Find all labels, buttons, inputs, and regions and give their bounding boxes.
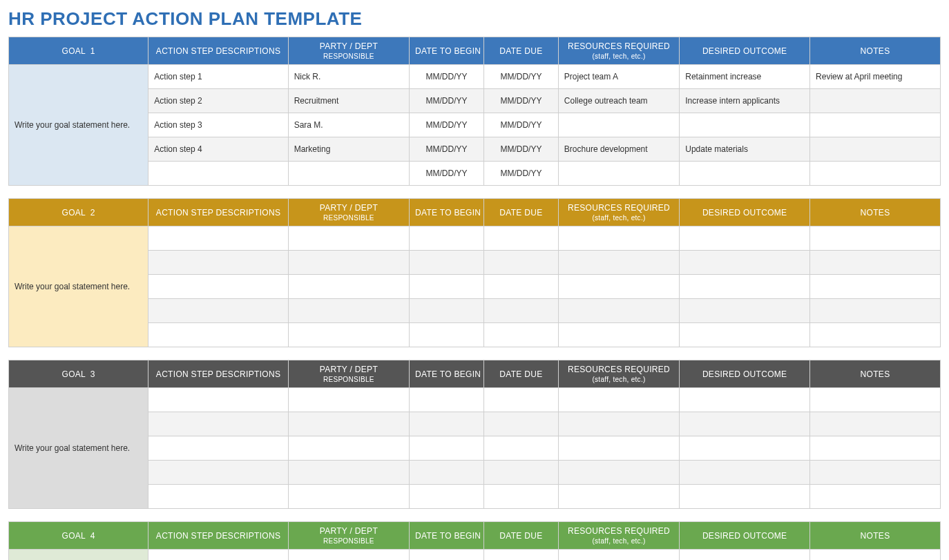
cell-party[interactable]: Recruitment [288,89,409,113]
cell-party[interactable] [288,162,409,186]
goal-statement-cell[interactable]: Write your goal statement here. [9,65,148,186]
cell-due[interactable] [483,550,558,561]
cell-begin[interactable]: MM/DD/YY [410,65,484,89]
cell-resources[interactable] [558,436,679,461]
cell-action[interactable] [148,436,288,461]
cell-due[interactable] [483,485,558,509]
cell-party[interactable] [288,461,409,485]
cell-party[interactable] [288,275,409,299]
cell-action[interactable] [148,251,288,275]
cell-resources[interactable] [558,162,679,186]
cell-resources[interactable] [558,550,679,561]
cell-outcome[interactable] [680,323,810,347]
cell-begin[interactable] [410,275,484,299]
cell-begin[interactable] [410,323,484,347]
cell-action[interactable] [148,461,288,485]
goal-statement-cell[interactable]: Write your goal statement here. [9,550,148,561]
cell-resources[interactable] [558,485,679,509]
cell-action[interactable] [148,388,288,412]
cell-due[interactable]: MM/DD/YY [483,162,558,186]
cell-begin[interactable] [410,436,484,461]
cell-due[interactable] [483,323,558,347]
cell-outcome[interactable] [680,412,810,436]
cell-notes[interactable] [810,461,941,485]
cell-begin[interactable] [410,485,484,509]
goal-statement-cell[interactable]: Write your goal statement here. [9,226,148,347]
cell-notes[interactable] [810,137,941,162]
cell-resources[interactable] [558,323,679,347]
cell-outcome[interactable] [680,485,810,509]
cell-due[interactable] [483,388,558,412]
cell-due[interactable]: MM/DD/YY [483,65,558,89]
cell-begin[interactable] [410,550,484,561]
cell-outcome[interactable] [680,299,810,323]
cell-action[interactable] [148,412,288,436]
cell-resources[interactable] [558,226,679,251]
cell-notes[interactable] [810,162,941,186]
cell-resources[interactable] [558,461,679,485]
cell-notes[interactable] [810,412,941,436]
cell-notes[interactable] [810,113,941,137]
cell-action[interactable] [148,550,288,561]
cell-notes[interactable] [810,275,941,299]
cell-resources[interactable] [558,412,679,436]
cell-notes[interactable] [810,89,941,113]
cell-due[interactable] [483,461,558,485]
cell-notes[interactable] [810,436,941,461]
cell-party[interactable] [288,412,409,436]
cell-resources[interactable]: College outreach team [558,89,679,113]
cell-party[interactable] [288,251,409,275]
cell-outcome[interactable] [680,226,810,251]
cell-begin[interactable]: MM/DD/YY [410,162,484,186]
cell-outcome[interactable] [680,275,810,299]
cell-party[interactable] [288,485,409,509]
cell-party[interactable] [288,550,409,561]
cell-due[interactable]: MM/DD/YY [483,89,558,113]
cell-begin[interactable] [410,412,484,436]
cell-party[interactable] [288,323,409,347]
cell-resources[interactable]: Project team A [558,65,679,89]
cell-action[interactable] [148,323,288,347]
cell-due[interactable] [483,251,558,275]
cell-resources[interactable] [558,251,679,275]
cell-outcome[interactable]: Update materials [680,137,810,162]
cell-action[interactable]: Action step 2 [148,89,288,113]
cell-action[interactable] [148,299,288,323]
cell-party[interactable] [288,436,409,461]
cell-outcome[interactable] [680,461,810,485]
cell-due[interactable] [483,436,558,461]
cell-resources[interactable] [558,388,679,412]
cell-outcome[interactable] [680,388,810,412]
cell-due[interactable]: MM/DD/YY [483,113,558,137]
cell-action[interactable]: Action step 4 [148,137,288,162]
cell-due[interactable] [483,226,558,251]
cell-action[interactable]: Action step 3 [148,113,288,137]
cell-party[interactable] [288,226,409,251]
cell-party[interactable]: Sara M. [288,113,409,137]
cell-due[interactable] [483,412,558,436]
cell-notes[interactable] [810,388,941,412]
cell-resources[interactable] [558,113,679,137]
cell-action[interactable] [148,275,288,299]
cell-begin[interactable] [410,251,484,275]
cell-resources[interactable] [558,275,679,299]
cell-outcome[interactable] [680,251,810,275]
cell-due[interactable] [483,299,558,323]
cell-outcome[interactable] [680,550,810,561]
cell-party[interactable] [288,388,409,412]
cell-begin[interactable]: MM/DD/YY [410,113,484,137]
cell-notes[interactable] [810,323,941,347]
cell-begin[interactable]: MM/DD/YY [410,137,484,162]
cell-begin[interactable] [410,388,484,412]
cell-notes[interactable] [810,299,941,323]
cell-begin[interactable] [410,461,484,485]
cell-action[interactable] [148,226,288,251]
cell-outcome[interactable] [680,162,810,186]
cell-outcome[interactable]: Retainment increase [680,65,810,89]
cell-party[interactable]: Nick R. [288,65,409,89]
cell-party[interactable] [288,299,409,323]
cell-resources[interactable] [558,299,679,323]
cell-party[interactable]: Marketing [288,137,409,162]
cell-notes[interactable] [810,251,941,275]
cell-action[interactable] [148,485,288,509]
